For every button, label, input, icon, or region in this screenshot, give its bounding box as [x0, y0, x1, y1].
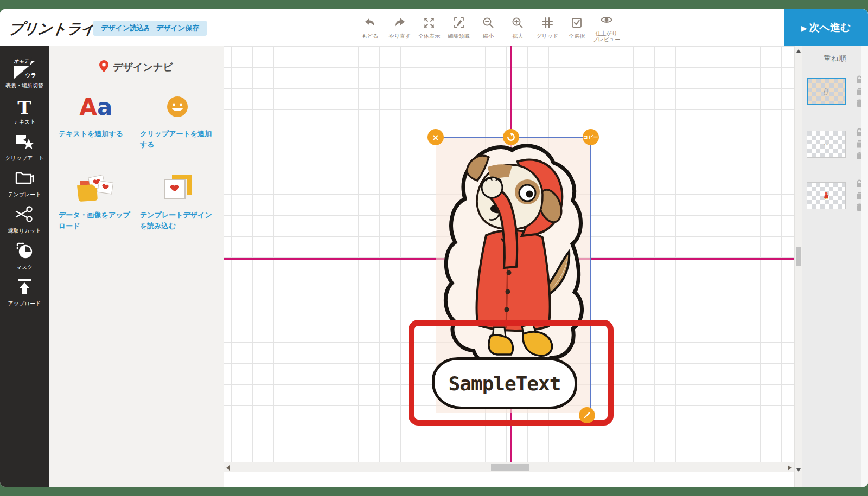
template-icon — [140, 173, 215, 203]
copy-handle[interactable]: コピー — [583, 129, 599, 145]
scroll-left-arrow[interactable] — [226, 465, 230, 471]
redo-icon — [393, 16, 407, 32]
zoom-out-icon — [481, 16, 495, 32]
upload-icon — [14, 278, 35, 298]
zoom-in-icon — [510, 16, 525, 32]
upload-image-icon — [59, 173, 133, 203]
edit-area-button[interactable]: 編集領域 — [444, 16, 473, 40]
app-window: プリントライダー デザイン読込み デザイン保存 もどる やり直す 全体 — [0, 9, 868, 487]
eye-icon — [599, 13, 614, 29]
front-back-toggle-icon: オモテ ウラ — [11, 56, 37, 80]
zoom-out-button[interactable]: 縮小 — [474, 16, 503, 40]
redo-button[interactable]: やり直す — [385, 16, 414, 40]
fit-view-button[interactable]: 全体表示 — [414, 16, 444, 40]
design-navi-panel: デザインナビ Aa テキストを追加する — [49, 46, 224, 487]
scroll-right-arrow[interactable] — [788, 465, 792, 471]
scissors-icon — [14, 205, 35, 226]
play-icon: ▶ — [801, 24, 807, 33]
layer-1-thumbnail[interactable] — [807, 78, 846, 105]
location-pin-icon — [99, 60, 108, 74]
mask-icon — [14, 241, 35, 262]
layer-row-1 — [807, 76, 864, 107]
sidebar-item-side-toggle[interactable]: オモテ ウラ 表裏・場所切替 — [0, 50, 49, 89]
sidebar-item-template[interactable]: テンプレート — [0, 164, 49, 198]
layer-row-3 — [807, 180, 864, 211]
expand-icon — [422, 16, 436, 32]
select-all-button[interactable]: 全選択 — [562, 16, 591, 40]
grid-icon — [540, 16, 554, 32]
sidebar-item-text[interactable]: T テキスト — [0, 91, 49, 126]
scroll-down-arrow[interactable] — [796, 468, 801, 472]
layer-row-2: ··· — [807, 128, 864, 160]
sidebar-item-clipart[interactable]: クリップアート — [0, 127, 49, 162]
main-area: オモテ ウラ 表裏・場所切替 T テキスト クリップアート — [0, 46, 868, 487]
toolbar: もどる やり直す 全体表示 — [355, 9, 621, 46]
layer-1-preview — [822, 87, 831, 96]
text-tool-icon: T — [17, 100, 31, 117]
add-text-icon: Aa — [59, 92, 133, 122]
finish-preview-button[interactable]: 仕上がり プレビュー — [592, 13, 621, 43]
layer-3-thumbnail[interactable] — [807, 182, 846, 209]
navi-add-clipart[interactable]: クリップアートを追加する — [140, 92, 215, 150]
rotate-icon — [507, 133, 515, 141]
vertical-scroll-thumb[interactable] — [796, 247, 801, 266]
vertical-scrollbar[interactable] — [794, 46, 802, 487]
header: プリントライダー デザイン読込み デザイン保存 もどる やり直す 全体 — [0, 9, 868, 46]
delete-handle[interactable]: × — [427, 129, 444, 145]
smiley-icon — [140, 92, 215, 122]
navi-load-template[interactable]: テンプレートデザインを読み込む — [140, 173, 215, 231]
design-save-button[interactable]: デザイン保存 — [149, 21, 207, 36]
design-navi-title: デザインナビ — [59, 60, 214, 74]
next-step-button[interactable]: ▶次へ進む — [784, 9, 868, 46]
sidebar-item-upload[interactable]: アップロード — [0, 273, 49, 307]
rotate-handle[interactable] — [503, 129, 519, 145]
sidebar-item-border-cut[interactable]: 縁取りカット — [0, 200, 49, 235]
horizontal-scrollbar[interactable] — [224, 462, 794, 472]
undo-button[interactable]: もどる — [355, 16, 385, 40]
clipart-icon — [14, 132, 35, 153]
zoom-in-button[interactable]: 拡大 — [503, 16, 532, 40]
layers-panel-title: - 重ね順 - — [802, 54, 868, 63]
layers-scrollbar-track[interactable] — [861, 46, 868, 487]
sidebar-item-mask[interactable]: マスク — [0, 236, 49, 271]
resize-icon — [583, 411, 591, 420]
folder-icon — [14, 169, 35, 189]
edit-area-icon — [452, 16, 466, 32]
horizontal-scroll-thumb[interactable] — [491, 464, 529, 471]
navi-upload-data[interactable]: データ・画像をアップロード — [59, 173, 133, 231]
resize-handle[interactable] — [579, 407, 595, 423]
checkbox-icon — [570, 16, 584, 32]
sidebar: オモテ ウラ 表裏・場所切替 T テキスト クリップアート — [0, 46, 49, 487]
scroll-up-arrow[interactable] — [796, 49, 801, 53]
navi-add-text[interactable]: Aa テキストを追加する — [59, 92, 133, 150]
layers-panel: - 重ね順 - ··· — [802, 46, 868, 487]
undo-icon — [363, 16, 377, 32]
layer-3-preview — [823, 192, 829, 199]
layer-2-preview: ··· — [824, 143, 828, 146]
grid-toggle-button[interactable]: グリッド — [533, 16, 562, 40]
design-canvas[interactable]: SampleText × コピー — [224, 46, 794, 487]
page-background: プリントライダー デザイン読込み デザイン保存 もどる やり直す 全体 — [0, 0, 868, 496]
layer-2-thumbnail[interactable]: ··· — [807, 131, 846, 158]
